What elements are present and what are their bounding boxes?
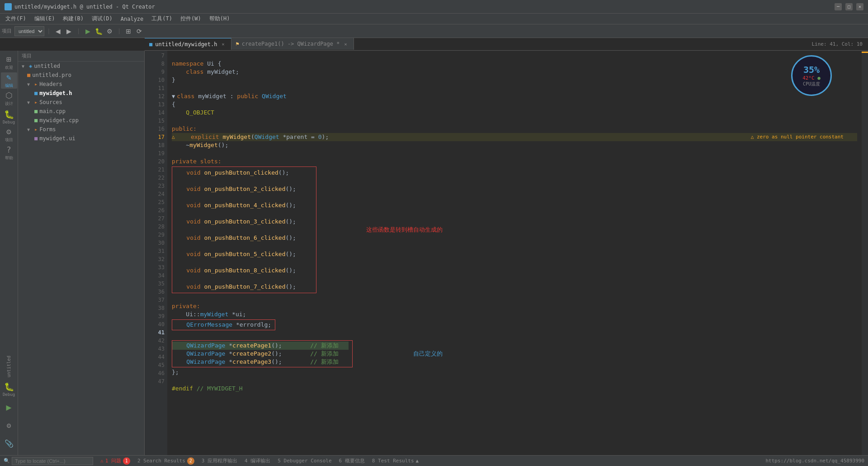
sidebar-item-debug-bottom[interactable]: 🐛 Debug <box>1 381 17 397</box>
tab-close-createpage[interactable]: ✕ <box>343 41 349 47</box>
debug-bottom-icon: 🐛 <box>4 382 14 391</box>
tab-file-icon: ■ <box>149 41 152 48</box>
menu-controls[interactable]: 控件(W) <box>177 14 205 24</box>
tree-item-untitled[interactable]: ▼ ◈ untitled <box>18 62 144 71</box>
code-line-24 <box>172 193 312 201</box>
project-selector[interactable]: untitled <box>14 26 44 36</box>
nav-back-button[interactable]: ◀ <box>53 26 63 36</box>
tree-header: 项目 <box>18 51 144 62</box>
status-search-results[interactable]: 2 Search Results 2 <box>137 457 194 465</box>
errordlg-box: QErrorMessage *errordlg; <box>172 319 275 330</box>
close-button[interactable]: ✕ <box>856 3 863 10</box>
appout-label: 3 应用程序输出 <box>202 457 237 464</box>
sidebar-item-debug[interactable]: 🐛 Debug <box>1 109 17 125</box>
position-label: Line: 41, Col: 10 <box>811 41 863 47</box>
project-name-label: untitled <box>6 356 11 377</box>
tab-close-mywidget-h[interactable]: ✕ <box>220 41 226 48</box>
tree-label-headers: Headers <box>39 81 62 87</box>
code-line-13: { <box>172 100 857 109</box>
locate-input[interactable] <box>12 457 93 465</box>
scrollbar-gutter[interactable] <box>862 51 868 455</box>
tree-item-mywidget-ui[interactable]: ■ mywidget.ui <box>18 134 144 143</box>
minimize-button[interactable]: ─ <box>835 3 842 10</box>
menu-file[interactable]: 文件(F) <box>2 14 30 24</box>
tab-createpage-icon: ⚑ <box>236 41 239 47</box>
sidebar-item-help[interactable]: ? 帮助 <box>1 145 17 161</box>
status-test[interactable]: 8 Test Results ▲ <box>372 458 419 464</box>
maximize-button[interactable]: □ <box>845 3 853 10</box>
tree-label-main-cpp: main.cpp <box>39 108 66 114</box>
cpu-percent-display: 35% <box>803 64 820 75</box>
menu-tools[interactable]: 工具(T) <box>148 14 176 24</box>
tree-item-mywidget-cpp[interactable]: ■ mywidget.cpp <box>18 116 144 125</box>
code-line-34 <box>172 275 312 283</box>
code-line-14: Q_OBJECT <box>172 109 857 117</box>
build-button[interactable]: ⚙ <box>105 26 115 36</box>
tree-label-pro: untitled.pro <box>32 72 71 78</box>
code-line-11 <box>172 84 857 92</box>
project-label: 项目 <box>2 28 12 34</box>
cpu-label-text: CPU温度 <box>803 81 820 87</box>
run-button[interactable]: ▶ <box>83 26 93 36</box>
status-appout[interactable]: 3 应用程序输出 <box>202 457 237 464</box>
attach-button[interactable]: 📎 <box>1 435 17 452</box>
ui-file-icon: ■ <box>34 135 38 142</box>
code-line-42: QWizardPage *createPage2(); // 新添加 <box>172 350 349 358</box>
pro-file-icon: ■ <box>27 72 30 78</box>
annotation-wizard: 自己定义的 <box>413 350 443 358</box>
sidebar-icons: ⊞ 欢迎 ✎ 编辑 ⬡ 设计 🐛 Debug ⚙ 项目 ? 帮助 untitle… <box>0 51 18 455</box>
status-problems[interactable]: ⚠ 1 问题 1 <box>100 457 130 465</box>
code-editor[interactable]: namespace Ui { class myWidget; } ▼ class… <box>167 51 862 455</box>
tab-createpage[interactable]: ⚑ createPage1() -> QWizardPage * ✕ <box>231 38 354 50</box>
sidebar-item-design[interactable]: ⬡ 设计 <box>1 90 17 107</box>
menu-help[interactable]: 帮助(H) <box>206 14 234 24</box>
build-deploy-button[interactable]: ⚙ <box>1 417 17 433</box>
sidebar-item-project[interactable]: ⚙ 项目 <box>1 127 17 143</box>
tree-label-mywidget-ui: mywidget.ui <box>39 135 75 142</box>
tree-label-mywidget-cpp: mywidget.cpp <box>39 117 79 124</box>
help-icon: ? <box>6 145 11 154</box>
code-line-37: private: <box>172 302 857 310</box>
search-count-badge: 2 <box>187 457 194 465</box>
status-general[interactable]: 6 概要信息 <box>339 457 365 464</box>
debug-run-button[interactable]: 🐛 <box>94 26 104 36</box>
annotation-slots: 这些函数是转到槽自动生成的 <box>366 226 443 234</box>
line-numbers: 7 8 9 10 11 12 13 14 15 16 17 18 19 20 2… <box>145 51 167 455</box>
code-line-30 <box>172 242 312 250</box>
tree-item-mywidget-h[interactable]: ■ mywidget.h <box>18 89 144 98</box>
menu-build[interactable]: 构建(B) <box>59 14 87 24</box>
menu-edit[interactable]: 编辑(E) <box>31 14 59 24</box>
tree-item-untitled-pro[interactable]: ■ untitled.pro <box>18 71 144 80</box>
status-debugger[interactable]: 5 Debugger Console <box>278 458 331 464</box>
code-line-46: #endif // MYWIDGET_H <box>172 385 857 393</box>
tab-mywidget-h[interactable]: ■ untitled/mywidget.h ✕ <box>145 38 231 50</box>
cpu-temp-value: 42°C <box>802 75 815 81</box>
general-label: 6 概要信息 <box>339 457 365 464</box>
tree-item-sources[interactable]: ▼ ▸ Sources <box>18 98 144 107</box>
tree-item-forms[interactable]: ▼ ▸ Forms <box>18 125 144 134</box>
search-icon: 🔍 <box>4 458 10 464</box>
filter-button[interactable]: ⊞ <box>123 26 133 36</box>
editor-area[interactable]: 7 8 9 10 11 12 13 14 15 16 17 18 19 20 2… <box>145 51 868 455</box>
code-line-40 <box>172 331 857 339</box>
menu-analyze[interactable]: Analyze <box>117 15 147 23</box>
tree-item-headers[interactable]: ▼ ▸ Headers <box>18 80 144 89</box>
run-play-button[interactable]: ▶ <box>1 399 17 415</box>
menu-debug[interactable]: 调试(D) <box>88 14 116 24</box>
sidebar-item-edit[interactable]: ✎ 编辑 <box>1 72 17 89</box>
code-line-12: ▼ class myWidget : public QWidget <box>172 92 857 100</box>
cpp-file-icon-mywidget: ■ <box>34 117 38 124</box>
status-compout[interactable]: 4 编译输出 <box>245 457 270 464</box>
slots-box: void on_pushButton_clicked(); void on_pu… <box>172 166 316 293</box>
tree-label-forms: Forms <box>39 126 56 133</box>
code-line-31: void on_pushButton_5_clicked(); <box>172 250 312 258</box>
project-icon: ⚙ <box>6 127 11 136</box>
sidebar-item-welcome[interactable]: ⊞ 欢迎 <box>1 54 17 71</box>
arrow-untitled: ▼ <box>22 64 27 69</box>
sync-button[interactable]: ⟳ <box>134 26 144 36</box>
tree-item-main-cpp[interactable]: ■ main.cpp <box>18 107 144 116</box>
code-line-17: △ explicit myWidget(QWidget *parent = 0)… <box>172 133 857 141</box>
welcome-icon: ⊞ <box>6 54 11 64</box>
debug-icon: 🐛 <box>4 109 14 119</box>
nav-forward-button[interactable]: ▶ <box>64 26 74 36</box>
